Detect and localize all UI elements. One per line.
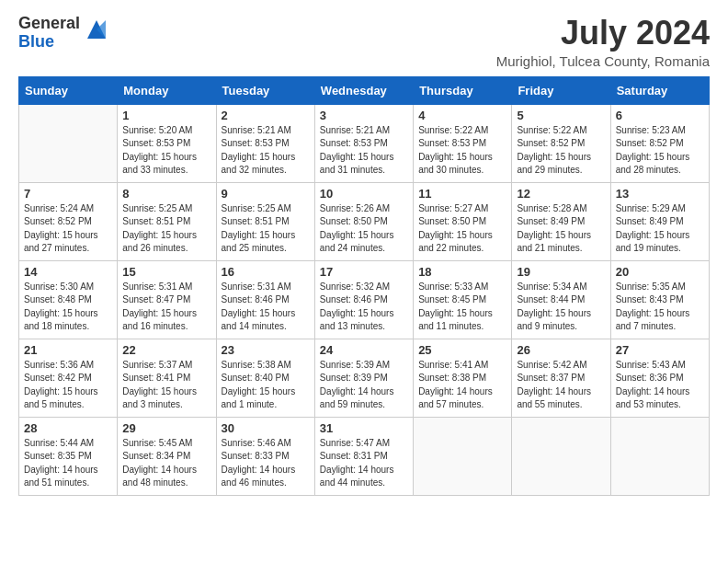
table-row: 10Sunrise: 5:26 AM Sunset: 8:50 PM Dayli…: [314, 182, 413, 260]
day-number: 7: [24, 187, 112, 201]
day-number: 3: [320, 109, 408, 122]
table-row: 20Sunrise: 5:35 AM Sunset: 8:43 PM Dayli…: [610, 260, 709, 339]
table-row: 28Sunrise: 5:44 AM Sunset: 8:35 PM Dayli…: [19, 417, 118, 495]
day-info: Sunrise: 5:46 AM Sunset: 8:33 PM Dayligh…: [222, 437, 310, 490]
table-row: 25Sunrise: 5:41 AM Sunset: 8:38 PM Dayli…: [414, 339, 512, 417]
table-row: 15Sunrise: 5:31 AM Sunset: 8:47 PM Dayli…: [118, 260, 216, 339]
day-number: 29: [122, 421, 210, 435]
table-row: 5Sunrise: 5:22 AM Sunset: 8:52 PM Daylig…: [512, 104, 610, 182]
logo-general: General: [18, 15, 80, 33]
day-info: Sunrise: 5:23 AM Sunset: 8:52 PM Dayligh…: [616, 124, 704, 178]
day-info: Sunrise: 5:37 AM Sunset: 8:41 PM Dayligh…: [122, 359, 210, 412]
calendar-week-4: 21Sunrise: 5:36 AM Sunset: 8:42 PM Dayli…: [19, 339, 710, 417]
calendar-header-row: Sunday Monday Tuesday Wednesday Thursday…: [19, 76, 710, 104]
table-row: 2Sunrise: 5:21 AM Sunset: 8:53 PM Daylig…: [216, 104, 314, 182]
day-info: Sunrise: 5:38 AM Sunset: 8:40 PM Dayligh…: [222, 359, 310, 412]
table-row: [610, 417, 709, 495]
day-info: Sunrise: 5:27 AM Sunset: 8:50 PM Dayligh…: [418, 202, 506, 256]
day-info: Sunrise: 5:44 AM Sunset: 8:35 PM Dayligh…: [24, 437, 112, 490]
header: General Blue July 2024 Murighiol, Tulcea…: [18, 15, 710, 69]
day-info: Sunrise: 5:21 AM Sunset: 8:53 PM Dayligh…: [320, 124, 408, 178]
day-info: Sunrise: 5:45 AM Sunset: 8:34 PM Dayligh…: [122, 437, 210, 490]
day-info: Sunrise: 5:25 AM Sunset: 8:51 PM Dayligh…: [222, 202, 310, 256]
day-number: 17: [320, 265, 408, 279]
table-row: 11Sunrise: 5:27 AM Sunset: 8:50 PM Dayli…: [414, 182, 512, 260]
logo: General Blue: [18, 15, 109, 52]
day-number: 24: [320, 343, 408, 357]
page: General Blue July 2024 Murighiol, Tulcea…: [0, 0, 728, 514]
day-info: Sunrise: 5:32 AM Sunset: 8:46 PM Dayligh…: [320, 281, 408, 334]
table-row: 24Sunrise: 5:39 AM Sunset: 8:39 PM Dayli…: [314, 339, 413, 417]
table-row: 8Sunrise: 5:25 AM Sunset: 8:51 PM Daylig…: [118, 182, 216, 260]
day-info: Sunrise: 5:43 AM Sunset: 8:36 PM Dayligh…: [616, 359, 704, 412]
table-row: 3Sunrise: 5:21 AM Sunset: 8:53 PM Daylig…: [314, 104, 413, 182]
table-row: 6Sunrise: 5:23 AM Sunset: 8:52 PM Daylig…: [610, 104, 709, 182]
day-info: Sunrise: 5:33 AM Sunset: 8:45 PM Dayligh…: [418, 281, 506, 334]
table-row: 9Sunrise: 5:25 AM Sunset: 8:51 PM Daylig…: [216, 182, 314, 260]
table-row: 17Sunrise: 5:32 AM Sunset: 8:46 PM Dayli…: [314, 260, 413, 339]
header-thursday: Thursday: [414, 76, 512, 104]
day-info: Sunrise: 5:34 AM Sunset: 8:44 PM Dayligh…: [517, 281, 605, 334]
day-info: Sunrise: 5:20 AM Sunset: 8:53 PM Dayligh…: [122, 124, 210, 178]
header-saturday: Saturday: [610, 76, 709, 104]
header-sunday: Sunday: [19, 76, 118, 104]
day-info: Sunrise: 5:39 AM Sunset: 8:39 PM Dayligh…: [320, 359, 408, 412]
table-row: 22Sunrise: 5:37 AM Sunset: 8:41 PM Dayli…: [118, 339, 216, 417]
header-tuesday: Tuesday: [216, 76, 314, 104]
day-info: Sunrise: 5:42 AM Sunset: 8:37 PM Dayligh…: [517, 359, 605, 412]
table-row: 30Sunrise: 5:46 AM Sunset: 8:33 PM Dayli…: [216, 417, 314, 495]
location-title: Murighiol, Tulcea County, Romania: [496, 53, 710, 69]
calendar-week-5: 28Sunrise: 5:44 AM Sunset: 8:35 PM Dayli…: [19, 417, 710, 495]
day-info: Sunrise: 5:21 AM Sunset: 8:53 PM Dayligh…: [222, 124, 310, 178]
title-section: July 2024 Murighiol, Tulcea County, Roma…: [496, 15, 710, 69]
day-number: 11: [418, 187, 506, 201]
month-title: July 2024: [496, 15, 710, 52]
day-info: Sunrise: 5:26 AM Sunset: 8:50 PM Dayligh…: [320, 202, 408, 256]
day-number: 31: [320, 421, 408, 435]
table-row: 14Sunrise: 5:30 AM Sunset: 8:48 PM Dayli…: [19, 260, 118, 339]
day-info: Sunrise: 5:22 AM Sunset: 8:53 PM Dayligh…: [418, 124, 506, 178]
day-number: 15: [122, 265, 210, 279]
table-row: [414, 417, 512, 495]
day-number: 26: [517, 343, 605, 357]
header-wednesday: Wednesday: [314, 76, 413, 104]
day-number: 28: [24, 421, 112, 435]
day-number: 27: [616, 343, 704, 357]
day-number: 14: [24, 265, 112, 279]
day-number: 2: [222, 109, 310, 122]
table-row: 21Sunrise: 5:36 AM Sunset: 8:42 PM Dayli…: [19, 339, 118, 417]
table-row: 29Sunrise: 5:45 AM Sunset: 8:34 PM Dayli…: [118, 417, 216, 495]
table-row: 27Sunrise: 5:43 AM Sunset: 8:36 PM Dayli…: [610, 339, 709, 417]
day-number: 5: [517, 109, 605, 122]
day-number: 20: [616, 265, 704, 279]
day-number: 19: [517, 265, 605, 279]
day-info: Sunrise: 5:47 AM Sunset: 8:31 PM Dayligh…: [320, 437, 408, 490]
day-info: Sunrise: 5:41 AM Sunset: 8:38 PM Dayligh…: [418, 359, 506, 412]
day-number: 23: [222, 343, 310, 357]
table-row: 4Sunrise: 5:22 AM Sunset: 8:53 PM Daylig…: [414, 104, 512, 182]
day-number: 30: [222, 421, 310, 435]
day-number: 18: [418, 265, 506, 279]
day-info: Sunrise: 5:22 AM Sunset: 8:52 PM Dayligh…: [517, 124, 605, 178]
table-row: [19, 104, 118, 182]
calendar-week-1: 1Sunrise: 5:20 AM Sunset: 8:53 PM Daylig…: [19, 104, 710, 182]
calendar-table: Sunday Monday Tuesday Wednesday Thursday…: [18, 76, 710, 496]
header-friday: Friday: [512, 76, 610, 104]
day-number: 12: [517, 187, 605, 201]
day-info: Sunrise: 5:36 AM Sunset: 8:42 PM Dayligh…: [24, 359, 112, 412]
calendar-week-2: 7Sunrise: 5:24 AM Sunset: 8:52 PM Daylig…: [19, 182, 710, 260]
day-number: 6: [616, 109, 704, 122]
table-row: 18Sunrise: 5:33 AM Sunset: 8:45 PM Dayli…: [414, 260, 512, 339]
logo-blue: Blue: [18, 33, 80, 52]
table-row: 19Sunrise: 5:34 AM Sunset: 8:44 PM Dayli…: [512, 260, 610, 339]
table-row: 26Sunrise: 5:42 AM Sunset: 8:37 PM Dayli…: [512, 339, 610, 417]
day-number: 22: [122, 343, 210, 357]
table-row: [512, 417, 610, 495]
table-row: 13Sunrise: 5:29 AM Sunset: 8:49 PM Dayli…: [610, 182, 709, 260]
calendar-week-3: 14Sunrise: 5:30 AM Sunset: 8:48 PM Dayli…: [19, 260, 710, 339]
table-row: 16Sunrise: 5:31 AM Sunset: 8:46 PM Dayli…: [216, 260, 314, 339]
table-row: 1Sunrise: 5:20 AM Sunset: 8:53 PM Daylig…: [118, 104, 216, 182]
day-info: Sunrise: 5:29 AM Sunset: 8:49 PM Dayligh…: [616, 202, 704, 256]
day-info: Sunrise: 5:30 AM Sunset: 8:48 PM Dayligh…: [24, 281, 112, 334]
logo-icon: [84, 17, 109, 42]
